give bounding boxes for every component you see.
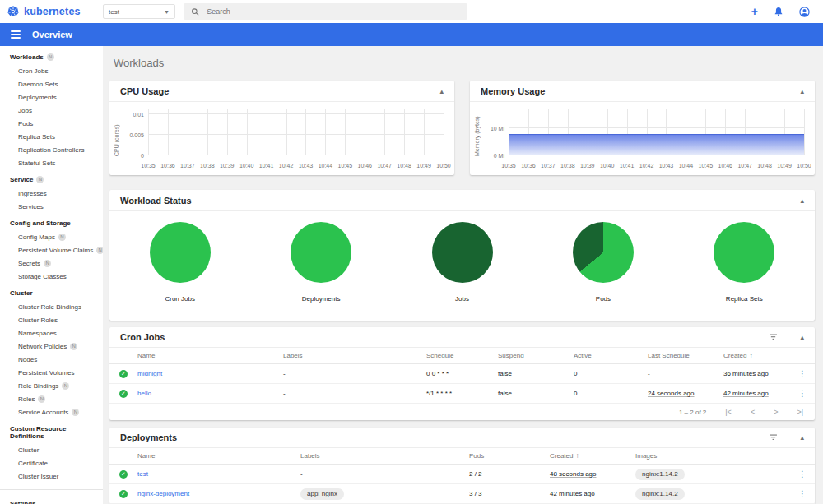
column-header-created[interactable]: Created↑ (550, 452, 635, 460)
cpu-usage-title: CPU Usage (120, 86, 169, 96)
notifications-button[interactable] (774, 7, 783, 16)
sidebar-item-roles[interactable]: RolesN (0, 392, 103, 405)
cell-suspend: false (498, 370, 574, 377)
column-header-created[interactable]: Created↑ (723, 352, 790, 359)
sidebar-section-custom-resource-definitions[interactable]: Custom Resource Definitions (0, 422, 103, 443)
row-actions-menu[interactable]: ⋮ (790, 469, 815, 479)
x-tick-label: 10:36 (160, 163, 175, 169)
x-tick-label: 10:50 (797, 163, 811, 169)
create-resource-button[interactable]: + (751, 6, 758, 17)
sidebar-section-config-and-storage[interactable]: Config and Storage (0, 216, 103, 230)
sidebar-item-replica-sets[interactable]: Replica Sets (0, 130, 103, 143)
sidebar-item-nodes[interactable]: Nodes (0, 353, 103, 366)
row-actions-menu[interactable]: ⋮ (790, 489, 815, 498)
next-page-button[interactable]: > (774, 408, 778, 416)
sidebar-item-persistent-volumes[interactable]: Persistent Volumes (0, 366, 103, 379)
sidebar-item-secrets[interactable]: SecretsN (0, 257, 103, 270)
sidebar-item-cluster-issuer[interactable]: Cluster Issuer (0, 469, 103, 483)
deployment-name-link[interactable]: test (137, 470, 300, 478)
sidebar-section-workloads[interactable]: WorkloadsN (0, 50, 103, 64)
menu-icon[interactable] (11, 30, 21, 39)
search-bar[interactable] (184, 3, 467, 20)
sidebar-item-settings[interactable]: Settings (0, 495, 103, 504)
sidebar-item-pods[interactable]: Pods (0, 117, 103, 130)
x-tick-label: 10:38 (200, 163, 215, 169)
sidebar-item-storage-classes[interactable]: Storage Classes (0, 270, 103, 283)
collapse-icon[interactable]: ▴ (800, 333, 804, 341)
column-header-pods[interactable]: Pods (469, 452, 550, 460)
sidebar-item-service-accounts[interactable]: Service AccountsN (0, 405, 103, 418)
cron-job-row: ✓hello-*/1 * * * *false024 seconds ago42… (109, 384, 815, 404)
sidebar-item-ingresses[interactable]: Ingresses (0, 187, 103, 200)
sidebar-item-cluster[interactable]: Cluster (0, 443, 103, 456)
deployments-title: Deployments (120, 432, 177, 442)
row-actions-menu[interactable]: ⋮ (790, 369, 815, 378)
first-page-button[interactable]: |< (725, 408, 732, 416)
user-menu-button[interactable] (799, 7, 810, 17)
column-header-images[interactable]: Images (635, 452, 790, 460)
column-header-label: Images (635, 452, 657, 460)
filter-icon[interactable] (769, 434, 778, 441)
grid-line (188, 109, 188, 155)
sidebar-section-service[interactable]: ServiceN (0, 173, 103, 187)
chevron-down-icon: ▼ (164, 9, 170, 15)
collapse-icon[interactable]: ▴ (800, 197, 804, 205)
sidebar-item-deployments[interactable]: Deployments (0, 90, 103, 104)
x-tick-label: 10:38 (560, 163, 575, 169)
sidebar-item-services[interactable]: Services (0, 200, 103, 213)
sidebar-item-cluster-role-bindings[interactable]: Cluster Role Bindings (0, 300, 103, 313)
sidebar-item-jobs[interactable]: Jobs (0, 104, 103, 117)
column-header-last-schedule[interactable]: Last Schedule (648, 352, 723, 359)
sidebar-section-cluster[interactable]: Cluster (0, 286, 103, 300)
sidebar-item-label: Cron Jobs (18, 67, 48, 75)
grid-line (424, 109, 425, 155)
kubernetes-logo-link[interactable]: kubernetes (0, 5, 103, 18)
column-header-suspend[interactable]: Suspend (498, 352, 574, 359)
sidebar-item-stateful-sets[interactable]: Stateful Sets (0, 156, 103, 169)
sidebar-item-certificate[interactable]: Certificate (0, 456, 103, 469)
cell-pods: 2 / 2 (469, 470, 550, 478)
last-page-button[interactable]: >| (797, 408, 803, 416)
cronjob-name-link[interactable]: midnight (137, 370, 283, 377)
cronjob-name-link[interactable]: hello (137, 390, 283, 397)
row-actions-menu[interactable]: ⋮ (790, 389, 815, 398)
x-tick-label: 10:36 (521, 163, 536, 169)
column-header-name[interactable]: Name (137, 352, 283, 359)
sidebar-item-cluster-roles[interactable]: Cluster Roles (0, 313, 103, 326)
column-header-label: Created (723, 352, 746, 359)
sidebar-section-label: Service (10, 176, 33, 183)
x-tick-label: 10:47 (737, 163, 752, 169)
deployment-name-link[interactable]: nginx-deployment (137, 490, 300, 497)
cpu-y-axis-label: CPU (cores) (114, 107, 119, 156)
column-header-name[interactable]: Name (137, 452, 300, 460)
deployments-table-header: NameLabelsPodsCreated↑Images (109, 448, 815, 465)
sidebar-item-replication-controllers[interactable]: Replication Controllers (0, 143, 103, 156)
search-input[interactable] (207, 7, 460, 16)
previous-page-button[interactable]: < (751, 408, 755, 416)
grid-line (148, 109, 149, 155)
column-header-active[interactable]: Active (574, 352, 648, 359)
column-header-labels[interactable]: Labels (283, 352, 426, 359)
grid-line (305, 109, 306, 155)
sidebar-item-label: Network Policies (18, 343, 67, 350)
namespace-selector[interactable]: test ▼ (103, 4, 175, 19)
sidebar-item-label: Deployments (18, 94, 57, 101)
sidebar-item-label: Stateful Sets (18, 160, 55, 167)
collapse-icon[interactable]: ▴ (800, 433, 804, 442)
sidebar-item-cron-jobs[interactable]: Cron Jobs (0, 64, 103, 77)
sidebar-item-role-bindings[interactable]: Role BindingsN (0, 379, 103, 392)
column-header-labels[interactable]: Labels (300, 452, 469, 460)
sidebar-item-network-policies[interactable]: Network PoliciesN (0, 340, 103, 353)
grid-line (267, 109, 267, 155)
sidebar-item-namespaces[interactable]: Namespaces (0, 326, 103, 340)
column-header-schedule[interactable]: Schedule (426, 352, 498, 359)
cron-jobs-table-body: ✓midnight-0 0 * * *false0-36 minutes ago… (109, 364, 815, 404)
collapse-icon[interactable]: ▴ (439, 87, 444, 95)
sidebar-item-daemon-sets[interactable]: Daemon Sets (0, 77, 103, 90)
collapse-icon[interactable]: ▴ (800, 87, 804, 95)
filter-icon[interactable] (769, 334, 778, 340)
namespaced-badge: N (58, 234, 66, 241)
sidebar-item-persistent-volume-claims[interactable]: Persistent Volume ClaimsN (0, 243, 103, 257)
x-tick-label: 10:40 (239, 163, 254, 169)
sidebar-item-config-maps[interactable]: Config MapsN (0, 230, 103, 243)
